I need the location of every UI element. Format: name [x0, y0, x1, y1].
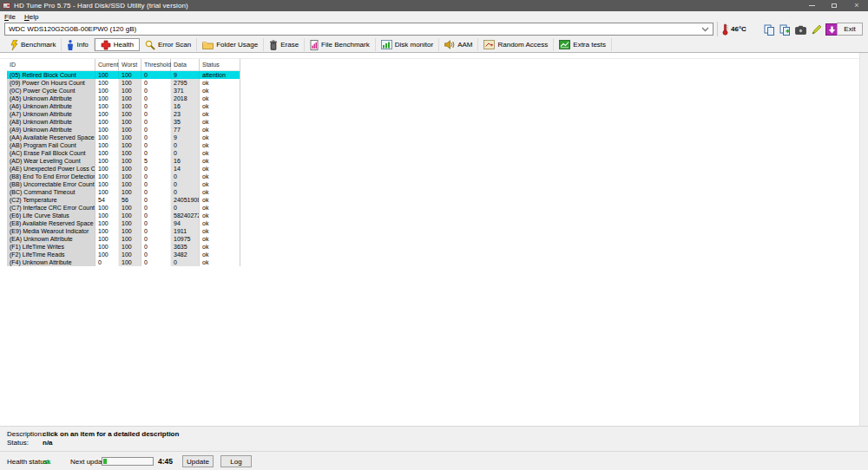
table-cell-data: 16 [171, 102, 200, 110]
table-cell-threshold: 0 [141, 165, 171, 173]
camera-icon[interactable] [794, 23, 807, 36]
table-row[interactable]: (05) Retired Block Count10010009attentio… [7, 71, 240, 79]
table-row[interactable]: (0C) Power Cycle Count1001000371ok [7, 87, 240, 95]
table-cell-data: 9 [171, 71, 200, 79]
toolbar-disk-monitor[interactable]: Disk monitor [376, 38, 439, 51]
toolbar-benchmark[interactable]: Benchmark [5, 38, 62, 51]
table-cell-current: 100 [95, 227, 119, 235]
table-row[interactable]: (F2) LifeTime Reads10010003482ok [7, 251, 240, 258]
column-header-current[interactable]: Current [95, 59, 119, 71]
log-button[interactable]: Log [220, 455, 252, 467]
column-header-data[interactable]: Data [171, 59, 200, 71]
column-header-status[interactable]: Status [200, 59, 240, 71]
table-row[interactable]: (A6) Unknown Attribute100100016ok [7, 102, 240, 110]
toolbar-file-benchmark[interactable]: File Benchmark [305, 38, 376, 51]
next-update-progressbar [102, 457, 154, 466]
table-cell-worst: 100 [119, 134, 141, 141]
dropdown-arrow-icon [701, 27, 709, 32]
table-cell-threshold: 0 [141, 102, 171, 110]
table-cell-data: 0 [171, 173, 200, 180]
close-icon[interactable]: × [845, 0, 868, 11]
toolbar-health[interactable]: Health [95, 38, 140, 51]
table-cell-threshold: 0 [141, 141, 171, 149]
column-header-worst[interactable]: Worst [119, 59, 141, 71]
table-cell-threshold: 0 [141, 126, 171, 134]
table-row[interactable]: (C7) Interface CRC Error Count10010000ok [7, 204, 240, 212]
table-row[interactable]: (AC) Erase Fail Block Count10010000ok [7, 149, 240, 157]
table-cell-data: 0 [171, 149, 200, 157]
menu-file[interactable]: File [0, 13, 20, 21]
table-row[interactable]: (09) Power On Hours Count10010002795ok [7, 79, 240, 87]
update-button[interactable]: Update [182, 455, 214, 467]
minimize-icon[interactable] [800, 0, 823, 11]
table-row[interactable]: (E9) Media Wearout Indicator10010001911o… [7, 227, 240, 235]
table-cell-data: 35 [171, 118, 200, 126]
table-row[interactable]: (AE) Unexpected Power Loss Count10010001… [7, 165, 240, 173]
table-row[interactable]: (A8) Unknown Attribute100100035ok [7, 118, 240, 126]
copy-icon[interactable] [763, 23, 776, 36]
table-cell-threshold: 0 [141, 134, 171, 141]
table-cell-current: 100 [95, 212, 119, 219]
toolbar-erase[interactable]: Erase [264, 38, 305, 51]
table-cell-status: ok [200, 141, 240, 149]
toolbar-random-access[interactable]: Random Access [478, 38, 554, 51]
table-cell-id: (BB) Uncorrectable Error Count [7, 180, 95, 188]
table-cell-status: ok [200, 196, 240, 204]
table-cell-worst: 100 [119, 95, 141, 102]
table-cell-worst: 100 [119, 227, 141, 235]
toolbar-folder-usage[interactable]: Folder Usage [197, 38, 264, 51]
toolbar-extra-tests[interactable]: Extra tests [554, 38, 612, 51]
table-cell-status: ok [200, 173, 240, 180]
column-header-id[interactable]: ID [7, 59, 95, 71]
table-row[interactable]: (C2) Temperature54560240519086...ok [7, 196, 240, 204]
table-cell-id: (AA) Available Reserved Space [7, 134, 95, 141]
table-cell-current: 100 [95, 95, 119, 102]
table-row[interactable]: (BB) Uncorrectable Error Count10010000ok [7, 180, 240, 188]
highlighter-icon[interactable] [810, 23, 823, 36]
folder-usage-icon [202, 40, 214, 49]
table-cell-current: 100 [95, 87, 119, 95]
toolbar-info[interactable]: Info [62, 38, 94, 51]
table-row[interactable]: (F1) LifeTime Writes10010003635ok [7, 243, 240, 251]
table-cell-id: (AE) Unexpected Power Loss Count [7, 165, 95, 173]
table-header: ID Current Worst Threshold Data Status [7, 59, 240, 71]
toolbar-aam[interactable]: AAM [439, 38, 478, 51]
table-cell-current: 100 [95, 188, 119, 196]
table-cell-status: ok [200, 204, 240, 212]
drive-selector[interactable]: WDC WDS120G2G0B-00EPW0 (120 gB) [4, 23, 713, 36]
table-cell-worst: 100 [119, 87, 141, 95]
table-row[interactable]: (AA) Available Reserved Space10010009ok [7, 134, 240, 141]
table-cell-id: (F4) Unknown Attribute [7, 258, 95, 266]
table-row[interactable]: (A5) Unknown Attribute10010002018ok [7, 95, 240, 102]
table-row[interactable]: (E6) Life Curve Status1001000582402729..… [7, 212, 240, 219]
table-cell-current: 100 [95, 141, 119, 149]
table-row[interactable]: (AB) Program Fail Count10010000ok [7, 141, 240, 149]
table-cell-current: 100 [95, 235, 119, 243]
table-cell-worst: 100 [119, 79, 141, 87]
toolbar-label: Benchmark [21, 41, 56, 49]
column-header-threshold[interactable]: Threshold [141, 59, 171, 71]
table-row[interactable]: (AD) Wear Leveling Count100100516ok [7, 157, 240, 165]
table-cell-current: 100 [95, 243, 119, 251]
exit-button[interactable]: Exit [837, 23, 863, 36]
table-cell-id: (AD) Wear Leveling Count [7, 157, 95, 165]
table-cell-id: (BC) Command Timeout [7, 188, 95, 196]
table-cell-status: attention [200, 71, 240, 79]
table-cell-worst: 100 [119, 235, 141, 243]
table-cell-id: (E6) Life Curve Status [7, 212, 95, 219]
table-row[interactable]: (A9) Unknown Attribute100100077ok [7, 126, 240, 134]
table-cell-current: 100 [95, 79, 119, 87]
maximize-icon[interactable] [823, 0, 845, 11]
copy-special-icon[interactable] [779, 23, 792, 36]
table-row[interactable]: (BC) Command Timeout10010000ok [7, 188, 240, 196]
table-row[interactable]: (EA) Unknown Attribute100100010975ok [7, 235, 240, 243]
table-row[interactable]: (F4) Unknown Attribute010000ok [7, 258, 240, 266]
toolbar-label: Erase [280, 41, 299, 49]
table-row[interactable]: (A7) Unknown Attribute100100023ok [7, 110, 240, 118]
toolbar-error-scan[interactable]: Error Scan [140, 38, 197, 51]
table-cell-worst: 56 [119, 196, 141, 204]
table-row[interactable]: (E8) Available Reserved Space100100094ok [7, 219, 240, 227]
table-row[interactable]: (B8) End To End Error Detection10010000o… [7, 173, 240, 180]
menu-help[interactable]: Help [20, 13, 43, 21]
table-cell-data: 2795 [171, 79, 200, 87]
